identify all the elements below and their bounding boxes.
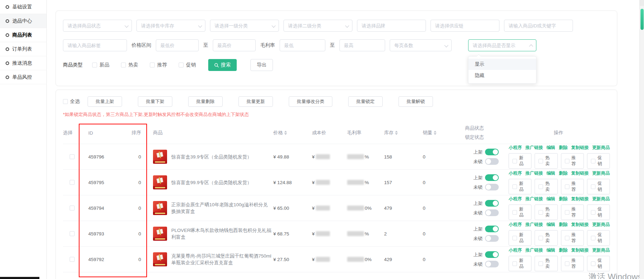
checkbox-icon[interactable] bbox=[565, 236, 569, 240]
tag-checkbox-hot[interactable]: 热卖 bbox=[535, 230, 557, 246]
page-size-select[interactable] bbox=[390, 39, 452, 51]
tag-checkbox-hot[interactable]: 热卖 bbox=[535, 153, 557, 169]
tag-checkbox-new[interactable]: 新品 bbox=[509, 153, 531, 169]
checkbox-icon[interactable] bbox=[591, 261, 595, 266]
row-checkbox[interactable] bbox=[70, 257, 75, 262]
miniprogram-link[interactable]: 小程序 bbox=[509, 145, 522, 151]
product-tag-input[interactable] bbox=[63, 39, 127, 51]
product-id-keyword-input[interactable] bbox=[504, 20, 573, 32]
type-checkbox-recommend[interactable]: 推荐 bbox=[150, 62, 167, 68]
scroll-up-button[interactable] bbox=[640, 0, 644, 6]
copy-link[interactable]: 复制链接 bbox=[571, 170, 589, 176]
promo-link[interactable]: 推广链接 bbox=[525, 247, 543, 253]
checkbox-icon[interactable] bbox=[591, 159, 595, 163]
selling-stock-select[interactable] bbox=[136, 20, 205, 32]
sort-icon[interactable] bbox=[395, 131, 398, 135]
checkbox-icon[interactable] bbox=[538, 159, 543, 163]
min-price-input[interactable] bbox=[156, 39, 199, 51]
miniprogram-link[interactable]: 小程序 bbox=[509, 196, 522, 202]
delete-link[interactable]: 删除 bbox=[559, 145, 568, 151]
vertical-scrollbar[interactable] bbox=[639, 0, 644, 279]
sidebar-item-product-list[interactable]: 商品列表 bbox=[0, 28, 46, 42]
tag-checkbox-hot[interactable]: 热卖 bbox=[535, 205, 557, 220]
update-product-link[interactable]: 更新商品 bbox=[592, 196, 610, 202]
listing-toggle[interactable] bbox=[485, 174, 499, 181]
checkbox-icon[interactable] bbox=[591, 184, 595, 189]
tag-checkbox-recommend[interactable]: 推荐 bbox=[561, 153, 584, 169]
batch-lock-button[interactable]: 批量锁定 bbox=[348, 96, 383, 107]
update-product-link[interactable]: 更新商品 bbox=[592, 145, 610, 151]
tag-checkbox-recommend[interactable]: 推荐 bbox=[561, 179, 584, 194]
checkbox-icon[interactable] bbox=[512, 236, 517, 240]
sidebar-item-order-list[interactable]: 订单列表 bbox=[0, 42, 46, 56]
col-price[interactable]: 价格 bbox=[273, 130, 312, 136]
dropdown-option-show[interactable]: 显示 bbox=[468, 59, 536, 70]
checkbox-icon[interactable] bbox=[565, 261, 569, 266]
listing-toggle[interactable] bbox=[485, 149, 499, 155]
tag-checkbox-new[interactable]: 新品 bbox=[509, 205, 531, 220]
max-margin-input[interactable] bbox=[339, 39, 385, 51]
batch-delete-button[interactable]: 批量删除 bbox=[188, 96, 223, 107]
delete-link[interactable]: 删除 bbox=[559, 247, 568, 253]
checkbox-icon[interactable] bbox=[512, 261, 517, 266]
tag-checkbox-recommend[interactable]: 推荐 bbox=[561, 205, 584, 220]
checkbox-icon[interactable] bbox=[512, 184, 517, 189]
category-level1-select[interactable] bbox=[210, 20, 279, 32]
checkbox-icon[interactable] bbox=[538, 184, 543, 189]
export-button[interactable]: 导出 bbox=[250, 59, 273, 71]
delete-link[interactable]: 删除 bbox=[559, 170, 568, 176]
scrollbar-thumb[interactable] bbox=[640, 9, 644, 30]
edit-link[interactable]: 编辑 bbox=[547, 170, 555, 176]
delete-link[interactable]: 删除 bbox=[559, 222, 568, 228]
tag-checkbox-recommend[interactable]: 推荐 bbox=[561, 230, 584, 246]
checkbox-icon[interactable] bbox=[512, 210, 517, 215]
checkbox-icon[interactable] bbox=[512, 159, 517, 163]
update-product-link[interactable]: 更新商品 bbox=[592, 170, 610, 176]
sort-icon[interactable] bbox=[284, 131, 287, 135]
lock-toggle[interactable] bbox=[485, 261, 499, 267]
tag-checkbox-hot[interactable]: 热卖 bbox=[535, 256, 557, 271]
tag-checkbox-new[interactable]: 新品 bbox=[509, 179, 531, 194]
sidebar-item-basic-settings[interactable]: 基础设置 bbox=[0, 0, 46, 14]
batch-unlock-button[interactable]: 批量解锁 bbox=[398, 96, 433, 107]
col-stock[interactable]: 库存 bbox=[384, 130, 423, 136]
col-sales[interactable]: 销量 bbox=[423, 130, 465, 136]
category-level2-select[interactable] bbox=[283, 20, 352, 32]
lock-toggle[interactable] bbox=[485, 158, 499, 165]
promo-link[interactable]: 推广链接 bbox=[525, 222, 543, 228]
checkbox-icon[interactable] bbox=[538, 261, 543, 266]
promo-link[interactable]: 推广链接 bbox=[525, 170, 543, 176]
min-margin-input[interactable] bbox=[280, 39, 325, 51]
sidebar-item-single-risk[interactable]: 单品风控 bbox=[0, 70, 46, 84]
edit-link[interactable]: 编辑 bbox=[547, 222, 555, 228]
type-checkbox-hot[interactable]: 热卖 bbox=[121, 62, 138, 68]
checkbox-icon[interactable] bbox=[538, 210, 543, 215]
checkbox-icon[interactable] bbox=[150, 63, 155, 67]
copy-link[interactable]: 复制链接 bbox=[571, 145, 589, 151]
sidebar-item-push-message[interactable]: 推送消息 bbox=[0, 56, 46, 70]
checkbox-icon[interactable] bbox=[565, 210, 569, 215]
tag-checkbox-promo[interactable]: 促销 bbox=[587, 153, 610, 169]
lock-toggle[interactable] bbox=[485, 209, 499, 216]
batch-on-shelf-button[interactable]: 批量上架 bbox=[88, 96, 122, 107]
batch-update-button[interactable]: 批量更新 bbox=[238, 96, 273, 107]
sidebar-item-selection-center[interactable]: 选品中心 bbox=[0, 14, 46, 28]
brand-input[interactable] bbox=[357, 20, 426, 32]
promo-link[interactable]: 推广链接 bbox=[525, 145, 543, 151]
miniprogram-link[interactable]: 小程序 bbox=[509, 170, 522, 176]
miniprogram-link[interactable]: 小程序 bbox=[509, 222, 522, 228]
tag-checkbox-new[interactable]: 新品 bbox=[509, 256, 531, 271]
max-price-input[interactable] bbox=[213, 39, 256, 51]
tag-checkbox-promo[interactable]: 促销 bbox=[587, 179, 610, 194]
checkbox-icon[interactable] bbox=[538, 236, 543, 240]
type-checkbox-new[interactable]: 新品 bbox=[92, 62, 109, 68]
edit-link[interactable]: 编辑 bbox=[547, 145, 555, 151]
copy-link[interactable]: 复制链接 bbox=[571, 247, 589, 253]
edit-link[interactable]: 编辑 bbox=[547, 196, 555, 202]
tag-checkbox-promo[interactable]: 促销 bbox=[587, 230, 610, 246]
dropdown-option-hide[interactable]: 隐藏 bbox=[468, 70, 536, 81]
lock-toggle[interactable] bbox=[485, 184, 499, 190]
update-product-link[interactable]: 更新商品 bbox=[592, 247, 610, 253]
checkbox-icon[interactable] bbox=[121, 63, 126, 67]
tag-checkbox-promo[interactable]: 促销 bbox=[587, 256, 610, 271]
